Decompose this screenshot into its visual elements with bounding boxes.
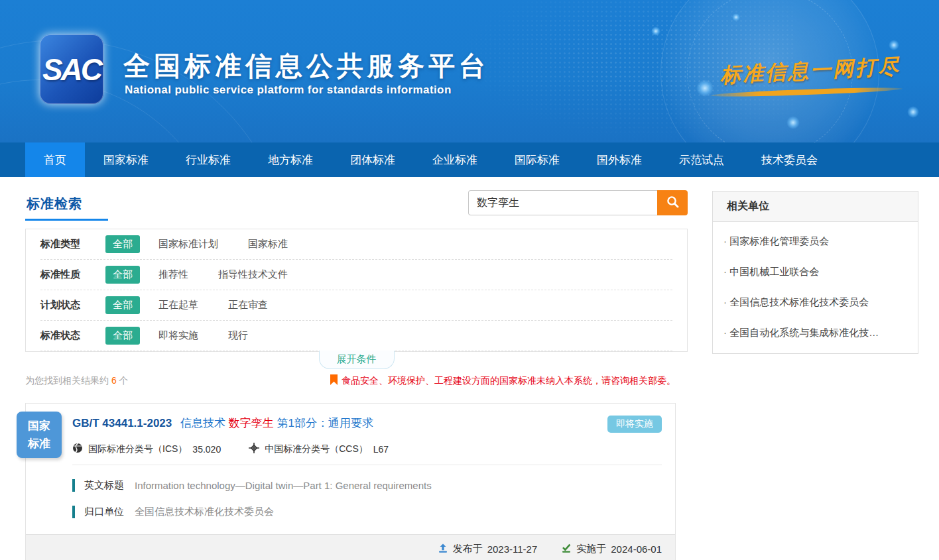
standard-code[interactable]: GB/T 43441.1-2023	[72, 417, 172, 429]
glow-dot	[786, 116, 800, 129]
filter-label: 标准类型	[40, 238, 105, 251]
published-label: 发布于	[453, 543, 483, 555]
results-notice: 食品安全、环境保护、工程建设方面的国家标准未纳入本系统，请咨询相关部委。	[330, 374, 676, 387]
filter-all-badge[interactable]: 全部	[105, 266, 140, 284]
ccs-label: 中国标准分类号（CCS）	[265, 443, 368, 455]
published-date-group: 发布于 2023-11-27	[438, 543, 538, 555]
committee-field: 归口单位 全国信息技术标准化技术委员会	[72, 506, 662, 518]
filter-all-badge[interactable]: 全部	[105, 327, 140, 345]
filter-row-standard-type: 标准类型 全部 国家标准计划 国家标准	[40, 229, 672, 260]
ics-group: 国际标准分类号（ICS） 35.020	[72, 443, 221, 455]
nav-tab-technical-committees[interactable]: 技术委员会	[743, 142, 836, 177]
filter-option[interactable]: 正在起草	[158, 299, 198, 311]
publish-upload-icon	[438, 543, 448, 555]
filter-row-plan-status: 计划状态 全部 正在起草 正在审查	[40, 290, 672, 321]
filter-panel: 标准类型 全部 国家标准计划 国家标准 标准性质 全部 推荐性 指导性技术文件 …	[25, 229, 688, 352]
nav-tab-local-standards[interactable]: 地方标准	[249, 142, 332, 177]
field-value: Information technology—Digital twin—Part…	[135, 480, 432, 491]
sac-logo-text: SAC	[42, 52, 101, 87]
nav-tab-enterprise-standards[interactable]: 企业标准	[414, 142, 496, 177]
results-summary-suffix: 个	[119, 375, 129, 386]
expand-conditions-button[interactable]: 展开条件	[319, 351, 395, 369]
standard-title-link[interactable]: GB/T 43441.1-2023 信息技术 数字孪生 第1部分：通用要求	[72, 416, 607, 431]
title-underline	[25, 219, 108, 221]
sidebar-item-automation-committee[interactable]: 全国自动化系统与集成标准化技…	[713, 317, 918, 348]
status-badge: 即将实施	[607, 416, 662, 433]
sidebar-item-it-standards-committee[interactable]: 全国信息技术标准化技术委员会	[713, 287, 918, 317]
standard-title-highlight[interactable]: 数字孪生	[229, 417, 274, 429]
glow-dot	[907, 106, 919, 118]
english-title-field: 英文标题 Information technology—Digital twin…	[72, 479, 662, 492]
sac-logo[interactable]: SAC	[40, 34, 103, 104]
nav-tab-home[interactable]: 首页	[25, 142, 85, 177]
standard-result-card: 国家 标准 GB/T 43441.1-2023 信息技术 数字孪生 第1部分：通…	[25, 403, 676, 560]
site-subtitle: National public service platform for sta…	[125, 84, 452, 97]
standard-type-badge[interactable]: 国家 标准	[17, 412, 62, 458]
card-header: GB/T 43441.1-2023 信息技术 数字孪生 第1部分：通用要求 即将…	[72, 416, 662, 433]
ccs-group: 中国标准分类号（CCS） L67	[249, 443, 389, 455]
filter-option[interactable]: 指导性技术文件	[218, 268, 288, 281]
search-button[interactable]	[657, 190, 688, 215]
nav-tab-pilot-demos[interactable]: 示范试点	[660, 142, 743, 177]
results-summary: 为您找到相关结果约 6 个	[25, 375, 129, 387]
card-divider	[72, 465, 662, 465]
filter-row-standard-nature: 标准性质 全部 推荐性 指导性技术文件	[40, 260, 672, 290]
search-icon	[666, 195, 680, 211]
main-column: 标准检索 标准类型 全部 国家标准计划 国家标准 标准性质 全部	[25, 177, 688, 560]
implemented-label: 实施于	[576, 543, 606, 555]
filter-option[interactable]: 国家标准	[248, 238, 288, 251]
search-section: 标准检索	[25, 177, 688, 229]
glow-dot	[732, 13, 740, 21]
nav-tab-foreign-standards[interactable]: 国外标准	[578, 142, 660, 177]
sidebar-item-sac[interactable]: 国家标准化管理委员会	[713, 226, 918, 256]
field-label: 英文标题	[84, 479, 124, 492]
filter-option[interactable]: 推荐性	[158, 268, 188, 281]
page-content: 标准检索 标准类型 全部 国家标准计划 国家标准 标准性质 全部	[0, 177, 939, 560]
field-label: 归口单位	[84, 506, 124, 518]
sidebar-item-machinery-federation[interactable]: 中国机械工业联合会	[713, 256, 918, 287]
implement-check-icon	[561, 543, 572, 555]
nav-tab-national-standards[interactable]: 国家标准	[85, 142, 167, 177]
card-footer: 发布于 2023-11-27 实施于 2024-06-01	[26, 534, 675, 560]
site-banner: SAC 全国标准信息公共服务平台 National public service…	[0, 0, 939, 142]
search-input[interactable]	[468, 190, 657, 215]
card-meta-row: 国际标准分类号（ICS） 35.020 中国标准分类号（CCS） L67	[72, 443, 662, 455]
filter-row-standard-status: 标准状态 全部 即将实施 现行	[40, 321, 672, 351]
filter-all-badge[interactable]: 全部	[105, 296, 140, 314]
page-title: 标准检索	[27, 195, 82, 213]
ccs-value: L67	[373, 444, 389, 455]
related-units-panel: 相关单位 国家标准化管理委员会 中国机械工业联合会 全国信息技术标准化技术委员会…	[712, 191, 918, 354]
field-accent-bar	[72, 506, 75, 518]
nav-tab-industry-standards[interactable]: 行业标准	[167, 142, 249, 177]
results-summary-prefix: 为您找到相关结果约	[25, 375, 109, 386]
card-body: GB/T 43441.1-2023 信息技术 数字孪生 第1部分：通用要求 即将…	[26, 404, 675, 518]
published-date: 2023-11-27	[487, 543, 538, 555]
related-units-list: 国家标准化管理委员会 中国机械工业联合会 全国信息技术标准化技术委员会 全国自动…	[713, 222, 918, 353]
results-info-row: 为您找到相关结果约 6 个 食品安全、环境保护、工程建设方面的国家标准未纳入本系…	[25, 374, 688, 387]
globe-icon	[72, 443, 83, 455]
standard-title-part2[interactable]: 第1部分：通用要求	[277, 417, 373, 429]
nav-tab-group-standards[interactable]: 团体标准	[332, 142, 414, 177]
filter-option[interactable]: 现行	[228, 329, 248, 342]
badge-line2: 标准	[28, 435, 50, 453]
ics-value: 35.020	[192, 444, 221, 455]
results-count: 6	[111, 375, 117, 386]
filter-option[interactable]: 正在审查	[228, 299, 268, 311]
filter-label: 标准性质	[40, 268, 105, 281]
filter-all-badge[interactable]: 全部	[105, 235, 140, 253]
main-navigation: 首页 国家标准 行业标准 地方标准 团体标准 企业标准 国际标准 国外标准 示范…	[0, 142, 939, 177]
implemented-date-group: 实施于 2024-06-01	[561, 543, 662, 555]
field-accent-bar	[72, 479, 75, 492]
filter-option[interactable]: 即将实施	[158, 329, 198, 342]
filter-label: 标准状态	[40, 329, 105, 342]
search-box	[468, 190, 688, 215]
standard-title-part1[interactable]: 信息技术	[180, 417, 225, 429]
implemented-date: 2024-06-01	[611, 543, 662, 555]
nav-tab-international-standards[interactable]: 国际标准	[496, 142, 578, 177]
filter-label: 计划状态	[40, 299, 105, 311]
results-notice-text: 食品安全、环境保护、工程建设方面的国家标准未纳入本系统，请咨询相关部委。	[342, 375, 676, 387]
site-title: 全国标准信息公共服务平台	[123, 48, 489, 84]
filter-option[interactable]: 国家标准计划	[158, 238, 218, 251]
field-value: 全国信息技术标准化技术委员会	[135, 506, 274, 518]
badge-line1: 国家	[28, 417, 50, 435]
